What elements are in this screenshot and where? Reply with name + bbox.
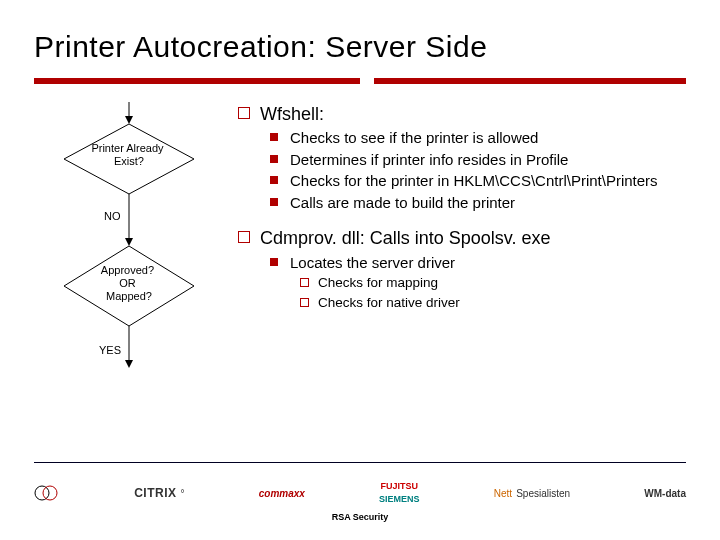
bullet-wfshell-label: Wfshell: (260, 104, 324, 124)
bullet-cdmprov: Cdmprov. dll: Calls into Spoolsv. exe Lo… (238, 226, 686, 312)
flowchart-svg: Printer Already Exist? NO Approved? OR M… (44, 102, 214, 382)
footer-logos: CITRIX° commaxx FUJITSU SIEMENS NettSpes… (34, 482, 686, 504)
logo-fujitsu: FUJITSU SIEMENS (379, 482, 420, 504)
svg-point-10 (35, 486, 49, 500)
wfshell-item-3: Checks for the printer in HKLM\CCS\Cntrl… (268, 171, 686, 191)
bullet-area: Wfshell: Checks to see if the printer is… (224, 102, 686, 382)
cdmprov-sub-1: Checks for mapping (298, 274, 686, 292)
slide: Printer Autocreation: Server Side Printe… (0, 0, 720, 540)
cdmprov-sub-2: Checks for native driver (298, 294, 686, 312)
flow-label-yes: YES (99, 344, 121, 356)
logo-citrix: CITRIX° (134, 486, 184, 500)
footer-rsa: RSA Security (0, 512, 720, 522)
svg-marker-1 (125, 116, 133, 124)
flowchart: Printer Already Exist? NO Approved? OR M… (34, 102, 224, 382)
wfshell-item-1: Checks to see if the printer is allowed (268, 128, 686, 148)
svg-marker-5 (125, 238, 133, 246)
slide-body: Printer Already Exist? NO Approved? OR M… (34, 102, 686, 382)
svg-marker-9 (125, 360, 133, 368)
flow-label-no: NO (104, 210, 121, 222)
logo-commaxx: commaxx (259, 488, 305, 499)
logo-cug (34, 482, 60, 504)
wfshell-item-2: Determines if printer info resides in Pr… (268, 150, 686, 170)
svg-point-11 (43, 486, 57, 500)
cdmprov-item-1: Locates the server driver Checks for map… (268, 253, 686, 313)
logo-nett: NettSpesialisten (494, 488, 570, 499)
wfshell-item-4: Calls are made to build the printer (268, 193, 686, 213)
cdmprov-item-1-label: Locates the server driver (290, 254, 455, 271)
logo-wmdata: WM-data (644, 488, 686, 499)
bullet-wfshell: Wfshell: Checks to see if the printer is… (238, 102, 686, 212)
bullet-cdmprov-label: Cdmprov. dll: Calls into Spoolsv. exe (260, 228, 550, 248)
footer-rule (34, 462, 686, 465)
slide-title: Printer Autocreation: Server Side (34, 30, 686, 64)
title-rule (34, 78, 686, 84)
